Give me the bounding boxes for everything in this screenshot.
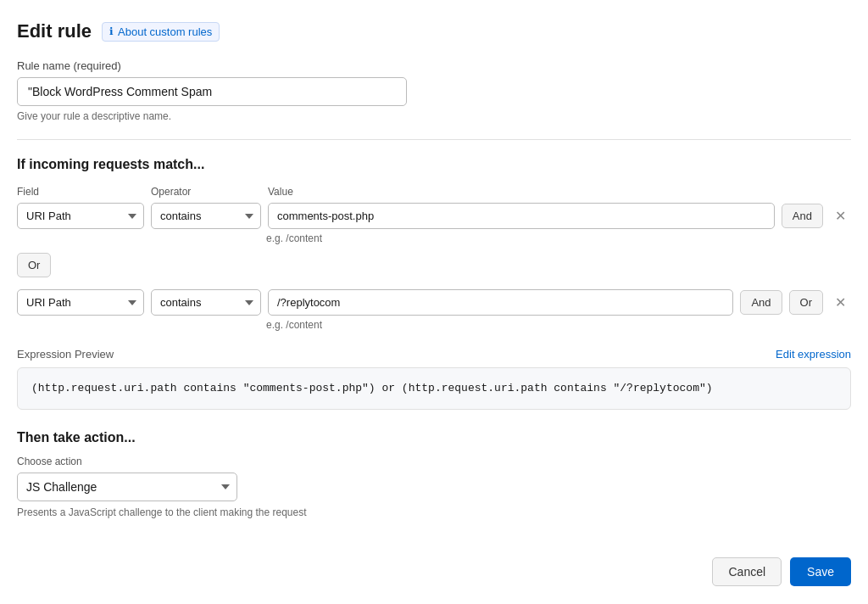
value-column-label: Value (268, 186, 851, 198)
and-button-1[interactable]: And (782, 204, 823, 228)
field-select-1[interactable]: URI Path URI Full IP Source Address Coun… (17, 203, 144, 229)
rule-name-hint: Give your rule a descriptive name. (17, 110, 851, 122)
value-input-2[interactable] (268, 289, 733, 316)
about-link-label: About custom rules (118, 25, 212, 38)
rule-name-input[interactable] (17, 77, 407, 106)
page-header: Edit rule ℹ About custom rules (17, 20, 851, 42)
condition-row-1: URI Path URI Full IP Source Address Coun… (17, 203, 851, 229)
page-title: Edit rule (17, 20, 92, 42)
action-select[interactable]: JS Challenge Block Allow Challenge (Capt… (17, 473, 237, 501)
expression-preview-section: Expression Preview Edit expression (http… (17, 348, 851, 410)
or-button-row: Or (17, 253, 851, 277)
cancel-button[interactable]: Cancel (712, 557, 782, 586)
action-title: Then take action... (17, 430, 851, 445)
action-section: Then take action... Choose action JS Cha… (17, 430, 851, 518)
info-icon: ℹ (109, 25, 114, 37)
remove-condition-1[interactable]: ✕ (830, 206, 851, 226)
conditions-section: If incoming requests match... Field Oper… (17, 157, 851, 331)
about-custom-rules-link[interactable]: ℹ About custom rules (102, 22, 220, 42)
page-container: Edit rule ℹ About custom rules Rule name… (0, 0, 868, 604)
field-column-label: Field (17, 186, 144, 198)
operator-select-1[interactable]: contains does not contain equals does no… (151, 203, 261, 229)
value-hint-1: e.g. /content (266, 232, 851, 244)
footer-buttons: Cancel Save (17, 544, 851, 586)
column-labels: Field Operator Value (17, 186, 851, 198)
operator-select-2[interactable]: contains does not contain equals does no… (151, 289, 261, 316)
expression-preview-label: Expression Preview (17, 348, 114, 361)
condition-row-2: URI Path URI Full IP Source Address Coun… (17, 289, 851, 316)
and-button-2[interactable]: And (740, 290, 782, 315)
value-input-1[interactable] (268, 203, 775, 229)
operator-column-label: Operator (151, 186, 261, 198)
action-hint: Presents a JavaScript challenge to the c… (17, 506, 851, 518)
field-select-2[interactable]: URI Path URI Full IP Source Address Coun… (17, 289, 144, 316)
edit-expression-link[interactable]: Edit expression (776, 348, 851, 361)
expression-box: (http.request.uri.path contains "comment… (17, 367, 851, 410)
conditions-title: If incoming requests match... (17, 157, 851, 172)
action-label: Choose action (17, 456, 851, 467)
expression-preview-header: Expression Preview Edit expression (17, 348, 851, 361)
section-divider (17, 139, 851, 140)
value-hint-2: e.g. /content (266, 319, 851, 331)
remove-condition-2[interactable]: ✕ (830, 293, 851, 313)
rule-name-group: Rule name (required) Give your rule a de… (17, 59, 851, 122)
save-button[interactable]: Save (790, 557, 851, 586)
or-button[interactable]: Or (17, 253, 51, 277)
rule-name-label: Rule name (required) (17, 59, 851, 72)
or-row-button-2[interactable]: Or (789, 290, 823, 315)
